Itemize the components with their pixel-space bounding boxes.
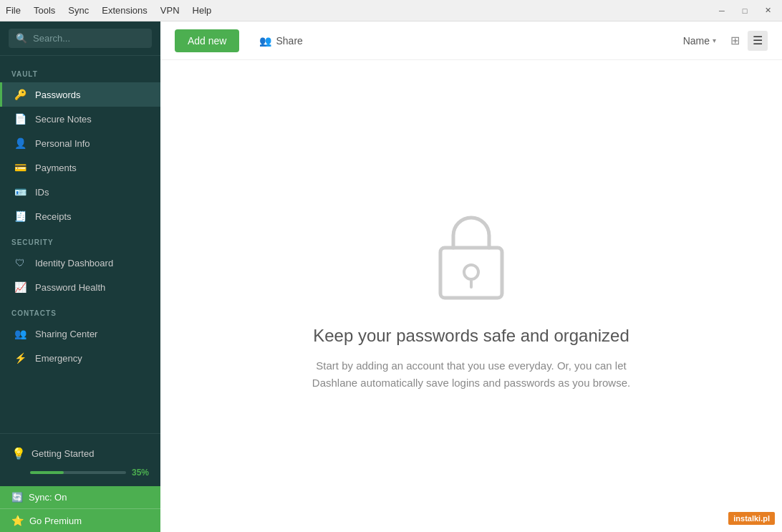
- share-label: Share: [276, 35, 302, 47]
- getting-started-percent: 35%: [132, 468, 149, 478]
- receipts-label: Receipts: [35, 211, 72, 222]
- sort-label: Name: [683, 35, 710, 47]
- personal-info-icon: 👤: [14, 137, 26, 149]
- minimize-button[interactable]: ─: [713, 4, 730, 18]
- sidebar-item-payments[interactable]: 💳 Payments: [0, 155, 160, 180]
- maximize-button[interactable]: □: [736, 4, 753, 18]
- sidebar-nav: VAULT 🔑 Passwords 📄 Secure Notes 👤 Perso…: [0, 56, 160, 433]
- menu-bar: File Tools Sync Extensions VPN Help: [6, 5, 211, 16]
- sidebar-item-emergency[interactable]: ⚡ Emergency: [0, 346, 160, 370]
- menu-vpn[interactable]: VPN: [160, 5, 180, 16]
- sidebar-footer: 💡 Getting Started 35%: [0, 433, 160, 486]
- password-health-label: Password Health: [35, 282, 105, 293]
- svg-point-1: [464, 265, 478, 279]
- passwords-icon: 🔑: [14, 89, 26, 100]
- premium-star-icon: ⭐: [11, 515, 24, 526]
- menu-help[interactable]: Help: [193, 5, 212, 16]
- ids-icon: 🪪: [14, 186, 26, 198]
- list-view-button[interactable]: ☰: [748, 31, 768, 51]
- sidebar-item-passwords[interactable]: 🔑 Passwords: [0, 82, 160, 107]
- lock-illustration: [425, 201, 518, 309]
- sidebar-search-area: 🔍: [0, 21, 160, 56]
- search-icon: 🔍: [16, 33, 27, 44]
- sidebar-item-receipts[interactable]: 🧾 Receipts: [0, 204, 160, 228]
- watermark: instalki.pl: [728, 512, 775, 525]
- menu-tools[interactable]: Tools: [34, 5, 55, 16]
- getting-started-label: Getting Started: [32, 448, 149, 459]
- sort-selector[interactable]: Name ▾: [683, 35, 716, 47]
- close-button[interactable]: ✕: [759, 4, 776, 18]
- emergency-label: Emergency: [35, 353, 82, 364]
- emergency-icon: ⚡: [14, 352, 26, 364]
- empty-state-description: Start by adding an account that you use …: [299, 357, 643, 392]
- sharing-center-label: Sharing Center: [35, 329, 97, 339]
- share-button[interactable]: 👥 Share: [251, 29, 311, 52]
- payments-icon: 💳: [14, 162, 26, 173]
- ids-label: IDs: [35, 187, 49, 198]
- sidebar-item-password-health[interactable]: 📈 Password Health: [0, 275, 160, 299]
- list-view-icon: ☰: [753, 34, 763, 47]
- sidebar-item-personal-info[interactable]: 👤 Personal Info: [0, 131, 160, 155]
- share-icon: 👥: [259, 35, 271, 47]
- main-toolbar: Add new 👥 Share Name ▾ ⊞ ☰: [160, 21, 782, 60]
- go-premium-button[interactable]: ⭐ Go Premium: [0, 508, 160, 532]
- contacts-section-label: CONTACTS: [0, 299, 160, 321]
- sync-icon: 🔄: [11, 492, 23, 503]
- progress-bar-bg: [30, 471, 126, 474]
- security-section-label: SECURITY: [0, 228, 160, 251]
- titlebar: File Tools Sync Extensions VPN Help ─ □ …: [0, 0, 782, 21]
- identity-dashboard-label: Identity Dashboard: [35, 258, 113, 269]
- sidebar-item-ids[interactable]: 🪪 IDs: [0, 180, 160, 204]
- search-input[interactable]: [33, 33, 145, 44]
- window-controls: ─ □ ✕: [713, 4, 776, 18]
- getting-started-icon: 💡: [11, 447, 26, 460]
- personal-info-label: Personal Info: [35, 138, 90, 149]
- view-toggle: ⊞ ☰: [725, 31, 768, 51]
- grid-view-button[interactable]: ⊞: [725, 31, 745, 51]
- sort-chevron-icon: ▾: [713, 37, 716, 44]
- identity-dashboard-icon: 🛡: [14, 257, 26, 269]
- sync-status[interactable]: 🔄 Sync: On: [0, 486, 160, 508]
- search-box: 🔍: [9, 29, 152, 48]
- sidebar: 🔍 VAULT 🔑 Passwords 📄 Secure Notes 👤 Per…: [0, 21, 160, 532]
- receipts-icon: 🧾: [14, 211, 26, 222]
- premium-label: Go Premium: [29, 516, 82, 526]
- menu-sync[interactable]: Sync: [68, 5, 89, 16]
- svg-rect-0: [440, 248, 502, 298]
- sidebar-item-sharing-center[interactable]: 👥 Sharing Center: [0, 321, 160, 346]
- empty-state-title: Keep your passwords safe and organized: [313, 326, 629, 346]
- getting-started-item[interactable]: 💡 Getting Started: [11, 442, 149, 465]
- main-content: Add new 👥 Share Name ▾ ⊞ ☰: [160, 21, 782, 532]
- app-layout: 🔍 VAULT 🔑 Passwords 📄 Secure Notes 👤 Per…: [0, 21, 782, 532]
- add-new-button[interactable]: Add new: [175, 29, 239, 52]
- sync-label: Sync: On: [29, 492, 67, 503]
- grid-view-icon: ⊞: [730, 34, 740, 47]
- sidebar-item-identity-dashboard[interactable]: 🛡 Identity Dashboard: [0, 251, 160, 275]
- sharing-center-icon: 👥: [14, 328, 26, 339]
- sidebar-item-secure-notes[interactable]: 📄 Secure Notes: [0, 107, 160, 131]
- empty-state: Keep your passwords safe and organized S…: [160, 60, 782, 532]
- toolbar-right: Name ▾ ⊞ ☰: [683, 31, 768, 51]
- passwords-label: Passwords: [35, 90, 81, 100]
- secure-notes-icon: 📄: [14, 113, 26, 125]
- password-health-icon: 📈: [14, 281, 26, 293]
- progress-bar-fill: [30, 471, 64, 474]
- vault-section-label: VAULT: [0, 60, 160, 82]
- menu-file[interactable]: File: [6, 5, 21, 16]
- menu-extensions[interactable]: Extensions: [102, 5, 148, 16]
- getting-started-progress-row: 35%: [11, 468, 149, 478]
- payments-label: Payments: [35, 163, 77, 173]
- secure-notes-label: Secure Notes: [35, 114, 92, 125]
